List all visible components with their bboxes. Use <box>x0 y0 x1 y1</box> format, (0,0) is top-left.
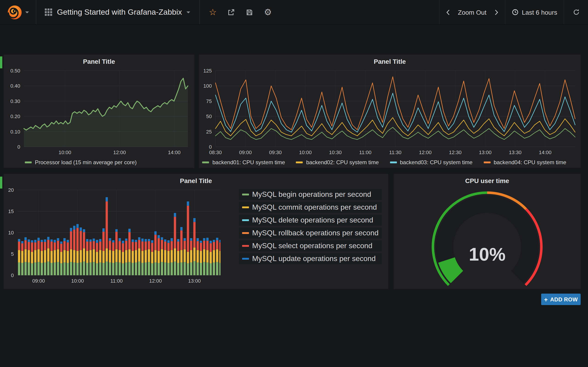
mysql-operations-chart[interactable]: 09:0010:0011:0012:0013:0014:0005101520 <box>4 186 221 286</box>
logo-caret-icon <box>25 11 29 13</box>
clock-icon <box>512 9 519 16</box>
zoom-out-button[interactable]: Zoom Out <box>454 0 490 24</box>
save-icon <box>246 8 253 16</box>
series-swatch <box>25 161 32 163</box>
share-button[interactable] <box>222 0 240 24</box>
dashboard-grid: Panel Title 10:0012:0014:0000.100.200.30… <box>0 25 588 367</box>
svg-text:5: 5 <box>11 251 14 257</box>
time-shift-back-button[interactable] <box>442 0 454 24</box>
svg-text:10:30: 10:30 <box>329 150 342 155</box>
panel-cpu-user-time: CPU user time 10% <box>394 174 581 289</box>
panel-title[interactable]: Panel Title <box>199 55 581 67</box>
add-row-button[interactable]: + ADD ROW <box>541 294 581 305</box>
star-button[interactable]: ☆ <box>204 0 222 24</box>
series-label: backend01: CPU system time <box>212 159 285 166</box>
svg-text:11:00: 11:00 <box>111 278 123 284</box>
panel-mysql-operations: Panel Title 09:0010:0011:0012:0013:0014:… <box>4 174 388 289</box>
svg-text:08:30: 08:30 <box>209 150 222 155</box>
svg-text:12:30: 12:30 <box>449 150 462 155</box>
legend-item[interactable]: backend01: CPU system time <box>202 159 285 166</box>
svg-text:15: 15 <box>8 209 14 214</box>
legend-item[interactable]: Processor load (15 min average per core) <box>25 159 137 166</box>
series-label: MySQL delete operations per second <box>252 216 373 224</box>
svg-text:25: 25 <box>206 129 212 135</box>
svg-text:20: 20 <box>8 187 14 193</box>
series-swatch <box>242 206 249 208</box>
series-label: MySQL rollback operations per second <box>252 229 379 237</box>
panel-title[interactable]: CPU user time <box>394 174 581 186</box>
svg-text:11:30: 11:30 <box>389 150 401 155</box>
series-label: MySQL select operations per second <box>252 242 372 250</box>
svg-text:10:00: 10:00 <box>71 278 84 284</box>
svg-text:0.50: 0.50 <box>10 68 20 74</box>
chevron-left-icon <box>445 9 451 15</box>
svg-text:0: 0 <box>11 273 14 278</box>
legend-item[interactable]: backend04: CPU system time <box>484 159 566 166</box>
legend-item[interactable]: MySQL rollback operations per second <box>239 227 382 239</box>
series-swatch <box>242 194 249 195</box>
svg-text:0.10: 0.10 <box>10 129 20 135</box>
svg-text:0.40: 0.40 <box>10 83 20 89</box>
panel-cpu-system-time: Panel Title 08:3009:0009:3010:0010:3011:… <box>199 55 581 168</box>
svg-text:0.30: 0.30 <box>10 98 20 104</box>
svg-text:10:00: 10:00 <box>59 150 71 155</box>
series-label: backend02: CPU system time <box>306 159 379 166</box>
save-button[interactable] <box>240 0 259 24</box>
dashboard-grid-icon <box>44 8 52 16</box>
series-swatch <box>484 161 490 163</box>
svg-text:14:00: 14:00 <box>168 150 181 155</box>
time-controls: Zoom Out Last 6 hours <box>439 0 588 24</box>
cpu-system-time-chart[interactable]: 08:3009:0009:3010:0010:3011:0011:3012:00… <box>199 67 581 157</box>
series-label: MySQL commit operations per second <box>252 203 377 211</box>
series-label: backend04: CPU system time <box>493 159 566 166</box>
dashboard-caret-icon <box>187 11 190 13</box>
grafana-logo-button[interactable] <box>0 0 36 24</box>
legend-item[interactable]: MySQL delete operations per second <box>239 215 382 226</box>
panel-title[interactable]: Panel Title <box>4 55 194 67</box>
time-picker-group: Last 6 hours <box>505 0 564 24</box>
svg-text:13:00: 13:00 <box>479 150 492 155</box>
panel-processor-load: Panel Title 10:0012:0014:0000.100.200.30… <box>4 55 194 168</box>
top-navbar: Getting Started with Grafana-Zabbix ☆ ⚙ <box>0 0 588 25</box>
zoom-out-label: Zoom Out <box>458 8 486 16</box>
plus-icon: + <box>544 296 548 303</box>
add-row-label: ADD ROW <box>550 296 578 302</box>
star-icon: ☆ <box>209 8 216 17</box>
legend-item[interactable]: backend02: CPU system time <box>296 159 379 166</box>
dashboard-actions: ☆ ⚙ <box>199 0 277 24</box>
legend-item[interactable]: MySQL select operations per second <box>239 240 382 251</box>
legend-item[interactable]: MySQL update operations per second <box>239 253 382 264</box>
svg-text:125: 125 <box>203 68 212 74</box>
row-menu-handle[interactable] <box>0 56 2 68</box>
processor-load-chart[interactable]: 10:0012:0014:0000.100.200.300.400.50 <box>4 67 194 157</box>
legend-item[interactable]: MySQL commit operations per second <box>239 202 382 213</box>
svg-text:10:00: 10:00 <box>299 150 312 155</box>
grafana-app: Getting Started with Grafana-Zabbix ☆ ⚙ <box>0 0 588 367</box>
time-shift-forward-button[interactable] <box>490 0 502 24</box>
svg-text:12:00: 12:00 <box>149 278 162 284</box>
refresh-button[interactable] <box>567 0 585 24</box>
settings-button[interactable]: ⚙ <box>259 0 277 24</box>
grafana-logo-icon <box>7 4 23 20</box>
svg-text:10: 10 <box>8 230 14 236</box>
svg-text:100: 100 <box>203 83 212 89</box>
refresh-icon <box>573 9 579 16</box>
row-menu-handle[interactable] <box>0 177 2 189</box>
panel-body: 09:0010:0011:0012:0013:0014:0005101520 M… <box>4 186 388 286</box>
panel-title[interactable]: Panel Title <box>4 174 388 186</box>
legend-item[interactable]: backend03: CPU system time <box>390 159 473 166</box>
cpu-user-time-gauge: 10% <box>394 186 581 286</box>
svg-text:0.20: 0.20 <box>10 114 20 119</box>
legend-item[interactable]: MySQL begin operations per second <box>239 189 382 200</box>
series-swatch <box>242 258 249 260</box>
zoom-group: Zoom Out <box>439 0 505 24</box>
series-label: backend03: CPU system time <box>400 159 473 166</box>
series-swatch <box>242 219 249 221</box>
legend: Processor load (15 min average per core) <box>4 157 194 168</box>
svg-text:11:00: 11:00 <box>359 150 372 155</box>
dashboard-title: Getting Started with Grafana-Zabbix <box>57 8 182 17</box>
svg-text:0: 0 <box>209 144 212 150</box>
time-picker-button[interactable]: Last 6 hours <box>508 0 561 24</box>
svg-text:09:00: 09:00 <box>32 278 45 284</box>
dashboard-title-dropdown[interactable]: Getting Started with Grafana-Zabbix <box>36 0 199 24</box>
